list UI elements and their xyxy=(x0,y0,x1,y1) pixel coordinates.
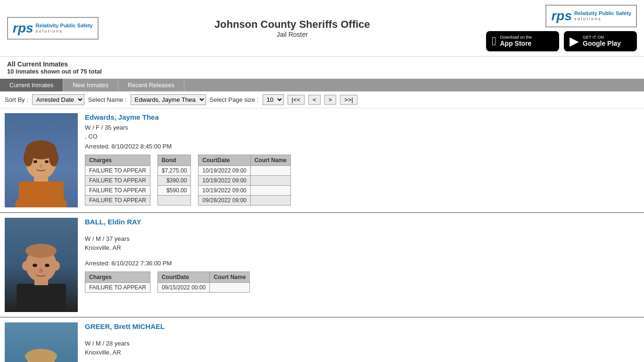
court-name-cell xyxy=(250,176,290,186)
inmate-location-greer: Knoxville, AR xyxy=(85,349,639,356)
court-name-cell xyxy=(250,196,290,206)
header-right: rps Relativity Public Safety s o l u t i… xyxy=(486,5,637,51)
inmate-name-edwards[interactable]: Edwards, Jayme Thea xyxy=(85,113,639,121)
sort-by-label: Sort By : xyxy=(5,96,28,103)
svg-point-16 xyxy=(33,264,37,267)
tab-new-inmates[interactable]: New Inmates xyxy=(63,79,118,91)
svg-rect-2 xyxy=(19,181,64,207)
inmate-location-edwards: , CO xyxy=(85,133,639,140)
logo-rps-left: rps xyxy=(13,21,33,36)
court-row: 10/19/2022 09:00 xyxy=(198,176,290,186)
nav-prev-button[interactable]: < xyxy=(308,95,321,105)
bond-col-header: Bond xyxy=(157,155,190,166)
courtdate-table-edwards: CourtDate Court Name 10/19/2022 09:00 10… xyxy=(198,155,290,206)
inmate-location-ball: Knoxville, AR xyxy=(85,244,639,251)
sub-header: All Current Inmates 10 inmates shown out… xyxy=(0,57,644,79)
courtname-col-header-ball: Court Name xyxy=(210,272,250,283)
google-main-text: Google Play xyxy=(583,40,621,48)
charge-cell: FAILURE TO APPEAR xyxy=(85,196,150,206)
charges-table-ball: Charges FAILURE TO APPEAR xyxy=(85,272,150,293)
charges-section-edwards: Charges FAILURE TO APPEAR FAILURE TO APP… xyxy=(85,155,639,206)
court-row: 10/19/2022 09:00 xyxy=(198,186,290,196)
bond-cell: $390.00 xyxy=(157,176,190,186)
charge-row: FAILURE TO APPEAR xyxy=(85,283,150,293)
logo-right: rps Relativity Public Safety s o l u t i… xyxy=(545,5,637,27)
charges-section-ball: Charges FAILURE TO APPEAR CourtDate Cour… xyxy=(85,272,639,293)
inmate-photo-ball xyxy=(5,218,78,312)
tab-recent-releases[interactable]: Recent Releases xyxy=(118,79,184,91)
court-name-cell xyxy=(250,166,290,176)
charge-row: FAILURE TO APPEAR xyxy=(85,186,150,196)
court-date-cell: 09/28/2022 09:00 xyxy=(198,196,250,206)
inmate-photo-edwards xyxy=(5,113,78,207)
inmate-record-greer: GREER, Brett MICHAEL W / M / 28 years Kn… xyxy=(0,318,644,362)
inmate-count: 10 inmates shown out of 75 total xyxy=(7,68,637,75)
svg-point-8 xyxy=(33,160,37,163)
svg-rect-12 xyxy=(17,284,66,312)
court-row: 09/15/2022 00:00 xyxy=(157,283,249,293)
nav-first-button[interactable]: |<< xyxy=(288,95,305,105)
appstore-badge[interactable]:  Download on the App Store xyxy=(486,31,559,51)
bond-row: $390.00 xyxy=(157,176,190,186)
courtname-col-header: Court Name xyxy=(250,155,290,166)
select-name-dropdown[interactable]: Edwards, Jayme Thea xyxy=(131,94,206,105)
charge-row: FAILURE TO APPEAR xyxy=(85,166,150,176)
courtdate-table-ball: CourtDate Court Name 09/15/2022 00:00 xyxy=(157,272,250,293)
svg-point-10 xyxy=(40,164,42,168)
logo-text-right: Relativity Public Safety s o l u t i o n… xyxy=(574,10,631,22)
charge-cell: FAILURE TO APPEAR xyxy=(85,283,150,293)
app-badges:  Download on the App Store ▶ GET IT ON … xyxy=(486,31,637,51)
logo-left: rps Relativity Public Safety s o l u t i… xyxy=(7,17,99,40)
page-header: rps Relativity Public Safety s o l u t i… xyxy=(0,0,644,57)
nav-last-button[interactable]: >>| xyxy=(340,95,357,105)
page-title: Johnson County Sheriffs Office xyxy=(215,18,370,31)
svg-point-9 xyxy=(45,160,49,163)
inmate-record-edwards: Edwards, Jayme Thea W / F / 35 years , C… xyxy=(0,108,644,213)
charge-row: FAILURE TO APPEAR xyxy=(85,176,150,186)
inmate-name-greer[interactable]: GREER, Brett MICHAEL xyxy=(85,322,639,330)
charge-row: FAILURE TO APPEAR xyxy=(85,196,150,206)
all-inmates-label: All Current Inmates xyxy=(7,60,637,68)
court-row: 09/28/2022 09:00 xyxy=(198,196,290,206)
logo-text-left: Relativity Public Safety s o l u t i o n… xyxy=(36,22,93,34)
charge-cell: FAILURE TO APPEAR xyxy=(85,166,150,176)
court-name-cell xyxy=(210,283,250,293)
logo-rps-right: rps xyxy=(551,8,572,24)
inmate-name-ball[interactable]: BALL, Eldin RAY xyxy=(85,218,639,226)
header-center: Johnson County Sheriffs Office Jail Rost… xyxy=(215,18,370,38)
select-name-label: Select Name : xyxy=(88,96,127,103)
inmate-photo-greer xyxy=(5,322,78,362)
bond-cell: $590.00 xyxy=(157,186,190,196)
select-page-size[interactable]: 10 xyxy=(263,94,284,105)
page-subtitle: Jail Roster xyxy=(215,31,370,38)
inmate-record-ball: BALL, Eldin RAY W / M / 37 years Knoxvil… xyxy=(0,213,644,318)
appstore-main-text: App Store xyxy=(500,40,532,48)
svg-point-6 xyxy=(24,149,33,166)
nav-next-button[interactable]: > xyxy=(324,95,337,105)
inmate-arrested-ball: Arrested: 8/10/2022 7:36:00 PM xyxy=(85,260,639,267)
bond-row xyxy=(157,196,190,206)
tabs-bar: Current Inmates New Inmates Recent Relea… xyxy=(0,79,644,91)
court-date-cell: 10/19/2022 09:00 xyxy=(198,186,250,196)
select-page-label: Select Page size : xyxy=(210,96,259,103)
google-play-badge[interactable]: ▶ GET IT ON Google Play xyxy=(564,31,637,51)
svg-point-18 xyxy=(40,268,43,273)
sort-by-select[interactable]: Arrested Date xyxy=(32,94,84,105)
bond-table-edwards: Bond $7,275.00 $390.00 $590.00 xyxy=(157,155,191,206)
court-name-cell xyxy=(250,186,290,196)
svg-point-17 xyxy=(45,264,50,267)
svg-point-7 xyxy=(49,149,58,166)
courtdate-col-header: CourtDate xyxy=(198,155,250,166)
google-top-text: GET IT ON xyxy=(583,35,621,40)
bond-row: $590.00 xyxy=(157,186,190,196)
tab-current-inmates[interactable]: Current Inmates xyxy=(0,79,63,91)
inmate-details-ball: BALL, Eldin RAY W / M / 37 years Knoxvil… xyxy=(85,218,639,312)
court-date-cell: 10/19/2022 09:00 xyxy=(198,166,250,176)
inmate-race-gender-edwards: W / F / 35 years xyxy=(85,124,639,131)
inmate-details-greer: GREER, Brett MICHAEL W / M / 28 years Kn… xyxy=(85,322,639,362)
charge-cell: FAILURE TO APPEAR xyxy=(85,186,150,196)
svg-point-15 xyxy=(25,244,57,258)
svg-point-19 xyxy=(22,261,29,271)
google-play-icon: ▶ xyxy=(570,34,579,49)
inmate-race-gender-ball: W / M / 37 years xyxy=(85,235,639,242)
